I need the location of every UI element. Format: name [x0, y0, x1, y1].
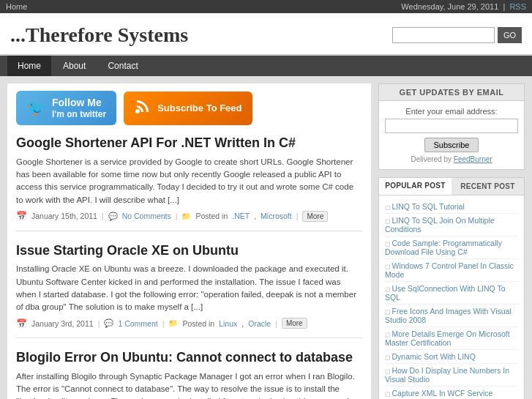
post-1-comments[interactable]: No Comments	[122, 212, 171, 220]
nav-item-contact[interactable]: Contact	[97, 56, 148, 76]
content-area: 🐦 Follow Me I'm on twitter Subsc	[0, 76, 532, 399]
header-search: GO	[392, 27, 522, 43]
sidebar: Get Updates By Email Enter your email ad…	[378, 83, 525, 399]
topbar-home[interactable]: Home	[6, 2, 27, 11]
twitter-banner-line1: Follow Me	[52, 97, 106, 109]
popular-item-6: Free Icons And Images With Visual Studio…	[385, 305, 518, 327]
popular-item-1: LINQ To SQL Tutorial	[385, 200, 518, 214]
post-2-title-link[interactable]: Issue Starting Oracle XE on Ubuntu	[16, 243, 239, 258]
comment-icon-2: 💬	[104, 318, 113, 328]
email-input[interactable]	[385, 119, 518, 133]
post-2-title: Issue Starting Oracle XE on Ubuntu	[16, 243, 362, 259]
subscribe-button[interactable]: Subscribe	[424, 138, 479, 152]
post-1-meta: 📅 January 15th, 2011 | 💬 No Comments | 📁…	[16, 211, 362, 222]
popular-item-4: Windows 7 Control Panel In Classic Mode	[385, 259, 518, 282]
popular-tab-button[interactable]: POPULAR POST	[379, 178, 452, 195]
tabs-header: POPULAR POST RECENT POST	[379, 178, 524, 195]
post-1-excerpt: Google Shortener is a service provided b…	[16, 156, 362, 206]
site-title: ...Therefore Systems	[10, 23, 188, 47]
folder-icon: 📁	[181, 212, 191, 221]
post-1: Google Shortener API For .NET Written In…	[16, 135, 362, 231]
search-go-button[interactable]: GO	[498, 27, 522, 43]
topbar-rss-link[interactable]: RSS	[509, 2, 526, 11]
topbar: Home Wednesday, June 29, 2011 | RSS	[0, 0, 532, 13]
popular-item-10: Capture XML In WCF Service	[385, 387, 518, 399]
email-widget-title: Get Updates By Email	[379, 84, 524, 101]
popular-item-2: LINQ To SQL Join On Multiple Conditions	[385, 214, 518, 236]
post-1-title: Google Shortener API For .NET Written In…	[16, 135, 362, 152]
email-label: Enter your email address:	[385, 107, 518, 116]
popular-item-5: Use SqlConnection With LINQ To SQL	[385, 282, 518, 305]
feedburner-link[interactable]: FeedBurner	[454, 155, 492, 163]
post-2-date: January 3rd, 2011	[31, 319, 94, 328]
svg-point-0	[135, 109, 140, 113]
post-1-more[interactable]: More	[302, 211, 328, 222]
post-3: Blogilo Error On Ubuntu: Cannot connect …	[16, 350, 362, 399]
post-3-title-link[interactable]: Blogilo Error On Ubuntu: Cannot connect …	[16, 350, 353, 365]
twitter-bird-icon: 🐦	[26, 99, 46, 118]
post-2-excerpt: Installing Oracle XE on Ubuntu was a bre…	[16, 263, 362, 313]
post-1-date: January 15th, 2011	[31, 212, 97, 220]
main-column: 🐦 Follow Me I'm on twitter Subsc	[7, 83, 371, 399]
calendar-icon-2: 📅	[16, 318, 27, 329]
search-input[interactable]	[392, 27, 495, 43]
post-1-cat-2[interactable]: Microsoft	[261, 212, 292, 220]
post-1-title-link[interactable]: Google Shortener API For .NET Written In…	[16, 135, 296, 150]
email-widget-body: Enter your email address: Subscribe Deli…	[379, 101, 524, 169]
post-2-more[interactable]: More	[282, 318, 307, 329]
topbar-date: Wednesday, June 29, 2011	[401, 2, 498, 11]
header: ...Therefore Systems GO	[0, 13, 532, 56]
popular-item-8: Dynamic Sort With LINQ	[385, 350, 518, 364]
calendar-icon: 📅	[16, 211, 27, 221]
post-2-cat-2[interactable]: Oracle	[248, 319, 271, 328]
post-2-comments[interactable]: 1 Comment	[118, 319, 157, 328]
main-nav: Home About Contact	[0, 56, 532, 76]
email-subscribe-widget: Get Updates By Email Enter your email ad…	[378, 83, 525, 170]
post-3-excerpt: After installing Blogilo through Synapti…	[16, 370, 362, 399]
rss-banner-label: Subscribe To Feed	[157, 102, 241, 113]
popular-tab-content: LINQ To SQL Tutorial LINQ To SQL Join On…	[379, 195, 524, 399]
twitter-banner[interactable]: 🐦 Follow Me I'm on twitter	[16, 91, 116, 125]
nav-item-home[interactable]: Home	[7, 56, 51, 76]
post-3-title: Blogilo Error On Ubuntu: Cannot connect …	[16, 350, 362, 366]
post-2: Issue Starting Oracle XE on Ubuntu Insta…	[16, 243, 362, 339]
twitter-banner-line2: I'm on twitter	[52, 109, 106, 119]
feedburner-text: Delivered by FeedBurner	[385, 155, 518, 163]
post-2-meta: 📅 January 3rd, 2011 | 💬 1 Comment | 📁 Po…	[16, 318, 362, 329]
post-2-cat-1[interactable]: Linux	[219, 319, 237, 328]
folder-icon-2: 📁	[168, 318, 178, 328]
nav-item-about[interactable]: About	[53, 56, 96, 76]
banners: 🐦 Follow Me I'm on twitter Subsc	[16, 91, 362, 125]
rss-icon	[134, 97, 151, 119]
recent-tab-button[interactable]: RECENT POST	[452, 178, 524, 195]
popular-item-9: How Do I Display Line Numbers In Visual …	[385, 364, 518, 387]
post-1-cat-1[interactable]: .NET	[232, 212, 250, 220]
comment-icon: 💬	[108, 212, 118, 221]
popular-item-7: More Details Emerge On Microsoft Master …	[385, 327, 518, 350]
rss-banner[interactable]: Subscribe To Feed	[124, 92, 252, 125]
popular-recent-widget: POPULAR POST RECENT POST LINQ To SQL Tut…	[378, 177, 525, 399]
popular-item-3: Code Sample: Programmatically Download F…	[385, 236, 518, 259]
